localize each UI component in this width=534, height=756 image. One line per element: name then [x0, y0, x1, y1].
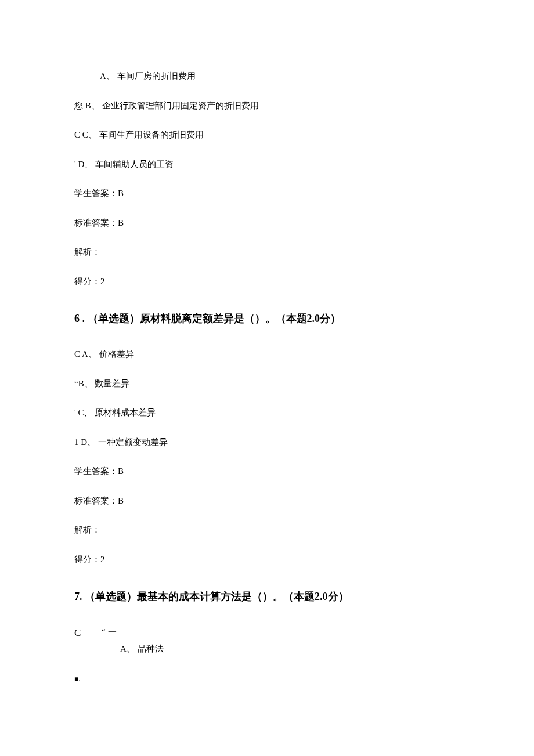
q5-option-b: 您 B、 企业行政管理部门用固定资产的折旧费用 — [74, 99, 460, 113]
q5-optD-text: D、 车间辅助人员的工资 — [78, 160, 174, 169]
q6-analysis: 解析： — [74, 523, 460, 537]
page-body: A、 车间厂房的折旧费用 您 B、 企业行政管理部门用固定资产的折旧费用 C C… — [0, 0, 534, 737]
q6-student-answer: 学生答案：B — [74, 465, 460, 478]
q7-inner: “ 一 A、 品种法 — [102, 625, 164, 667]
q5-optB-text: B、 企业行政管理部门用固定资产的折旧费用 — [85, 101, 259, 110]
q6-option-b: “B、 数量差异 — [74, 377, 460, 390]
q6-optD-text: D、 一种定额变动差异 — [81, 437, 168, 447]
q5-optC-prefix: C — [74, 130, 82, 139]
q6-option-c: ' C、 原材料成本差异 — [74, 406, 460, 419]
q5-option-a: A、 车间厂房的折旧费用 — [100, 70, 460, 83]
q6-option-d: 1 D、 一种定额变动差异 — [74, 436, 460, 449]
q6-optB-text: B、 数量差异 — [78, 379, 130, 388]
q6-optC-text: C、 原材料成本差异 — [78, 408, 156, 417]
q7-square-marker: ■. — [74, 674, 460, 684]
q6-score: 得分：2 — [74, 553, 460, 566]
q6-optA-text: A、 价格差异 — [82, 349, 134, 359]
q6-optD-prefix: 1 — [74, 437, 81, 447]
q5-analysis: 解析： — [74, 245, 460, 259]
q5-block: A、 车间厂房的折旧费用 您 B、 企业行政管理部门用固定资产的折旧费用 C C… — [74, 70, 460, 288]
q6-block: 6 . （单选题）原材料脱离定额差异是（）。（本题2.0分） C A、 价格差异… — [74, 311, 460, 566]
q6-standard-answer: 标准答案：B — [74, 494, 460, 508]
q7-title: 7. （单选题）最基本的成本计算方法是（）。（本题2.0分） — [74, 589, 460, 605]
q7-option-a: A、 品种法 — [120, 642, 164, 656]
q7-options-group: C “ 一 A、 品种法 — [74, 625, 460, 667]
q5-standard-answer: 标准答案：B — [74, 216, 460, 230]
q6-optA-prefix: C — [74, 349, 82, 359]
q5-optA-text: A、 车间厂房的折旧费用 — [100, 71, 196, 81]
q7-first-line: “ 一 — [102, 625, 164, 639]
q6-title: 6 . （单选题）原材料脱离定额差异是（）。（本题2.0分） — [74, 311, 460, 327]
q6-optB-prefix: “ — [74, 379, 78, 388]
q5-student-answer: 学生答案：B — [74, 187, 460, 200]
q7-prefix-c: C — [74, 625, 84, 641]
q5-score: 得分：2 — [74, 275, 460, 288]
q6-option-a: C A、 价格差异 — [74, 348, 460, 361]
q7-block: 7. （单选题）最基本的成本计算方法是（）。（本题2.0分） C “ 一 A、 … — [74, 589, 460, 684]
q5-optC-text: C、 车间生产用设备的折旧费用 — [82, 130, 204, 139]
q5-optB-prefix: 您 — [74, 101, 85, 110]
q5-option-d: ' D、 车间辅助人员的工资 — [74, 158, 460, 171]
q5-option-c: C C、 车间生产用设备的折旧费用 — [74, 128, 460, 142]
